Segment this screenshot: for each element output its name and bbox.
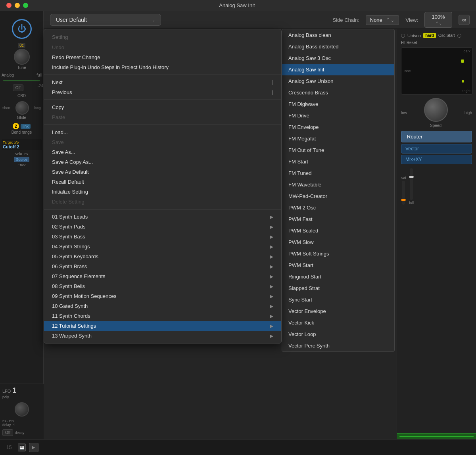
menu-item-saveas[interactable]: Save As... (44, 147, 281, 157)
view-value: 100% (432, 14, 445, 20)
menu-separator-4 (44, 209, 281, 209)
preset-pwm-slow[interactable]: PWM Slow (282, 236, 394, 248)
play-button[interactable]: ▶ (29, 443, 38, 452)
preset-analog-bass-distorted[interactable]: Analog Bass distorted (282, 41, 394, 52)
menu-item-delete[interactable]: Delete Setting (44, 197, 281, 207)
menu-item-synth-leads[interactable]: 01 Synth Leads ▶ (44, 212, 281, 222)
menu-item-next[interactable]: Next ] (44, 77, 281, 87)
power-button[interactable]: ⏻ (12, 19, 32, 39)
preset-dropdown[interactable]: User Default ⌄ (50, 14, 161, 26)
preset-vector-perc-synth[interactable]: Vector Perc Synth (282, 340, 394, 351)
dark-label: dark (463, 49, 470, 53)
sidechain-value: None (370, 17, 382, 23)
preset-vector-envelope[interactable]: Vector Envelope (282, 305, 394, 317)
analog-label: Analog (2, 73, 14, 77)
menu-item-synth-bass[interactable]: 03 Synth Bass ▶ (44, 232, 281, 242)
preset-fm-tuned[interactable]: FM Tuned (282, 167, 394, 179)
menu-item-saveacopy[interactable]: Save A Copy As... (44, 157, 281, 167)
preset-sync-start[interactable]: Sync Start (282, 294, 394, 305)
window-title: Analog Saw Init (219, 2, 255, 8)
close-button[interactable] (6, 3, 12, 8)
flt-reset-radio[interactable] (457, 34, 461, 38)
vel-slider[interactable] (402, 181, 405, 205)
menu-item-synth-motion[interactable]: 09 Synth Motion Sequences ▶ (44, 291, 281, 301)
glide-knob[interactable] (15, 101, 29, 115)
preset-fm-out-of-tune[interactable]: FM Out of Tune (282, 144, 394, 156)
preset-pwm-fast[interactable]: PWM Fast (282, 213, 394, 225)
speed-label: Speed (430, 123, 441, 128)
osc-start-label: Osc Start (438, 33, 455, 38)
amp-slider[interactable] (410, 168, 413, 200)
osc-controls-row: Unison hard Osc Start Flt Reset (401, 33, 472, 45)
cbd-label: CBD (0, 94, 43, 98)
menu-item-save[interactable]: Save (44, 137, 281, 147)
preset-vector-loop[interactable]: Vector Loop (282, 328, 394, 340)
link-button[interactable]: ∞ (459, 15, 470, 25)
vector-button[interactable]: Vector (401, 144, 472, 154)
menu-item-gated-synth[interactable]: 10 Gated Synth ▶ (44, 301, 281, 311)
preset-fm-envelope[interactable]: FM Envelope (282, 121, 394, 133)
preset-slapped-strat[interactable]: Slapped Strat (282, 282, 394, 294)
menu-item-tutorial[interactable]: 12 Tutorial Settings ▶ (44, 321, 281, 331)
menu-item-load[interactable]: Load... (44, 127, 281, 137)
preset-pwm-start[interactable]: PWM Start (282, 259, 394, 271)
off-button[interactable]: Off (2, 429, 13, 436)
menu-item-recalldefault[interactable]: Recall Default (44, 177, 281, 187)
preset-fm-digiwave[interactable]: FM Digiwave (282, 98, 394, 110)
maximize-button[interactable] (23, 3, 28, 8)
source-label[interactable]: Source (14, 157, 29, 162)
menu-item-synth-chords[interactable]: 11 Synth Chords ▶ (44, 311, 281, 321)
menu-item-include[interactable]: Include Plug-in Undo Steps in Project Un… (44, 62, 281, 72)
speed-knob[interactable] (424, 98, 448, 122)
speed-low-label: low (401, 111, 407, 115)
menu-item-synth-brass[interactable]: 06 Synth Brass ▶ (44, 261, 281, 271)
menu-item-sequence-elements[interactable]: 07 Sequence Elements ▶ (44, 271, 281, 281)
preset-fm-wavetable[interactable]: FM Wavetable (282, 179, 394, 190)
tone-display: dark bright Tone (401, 47, 472, 95)
tune-knob[interactable] (14, 49, 30, 65)
plugin-area: ⏻ 0c Tune Analog full Off -24 CBD short … (0, 11, 476, 455)
piano-icon[interactable]: 🎹 (18, 443, 26, 451)
menu-item-saveasdefault[interactable]: Save As Default (44, 167, 281, 177)
cutoff2-label: Cutoff 2 (3, 144, 40, 149)
menu-item-synth-strings[interactable]: 04 Synth Strings ▶ (44, 242, 281, 251)
menu-item-synth-pads[interactable]: 02 Synth Pads ▶ (44, 222, 281, 232)
preset-pwm-scaled[interactable]: PWM Scaled (282, 225, 394, 236)
preset-analog-saw-init[interactable]: Analog Saw Init (282, 64, 394, 75)
sidechain-select[interactable]: None ⌃⌄ (366, 15, 399, 25)
preset-ringmod-start[interactable]: Ringmod Start (282, 271, 394, 282)
preset-analog-saw-unison[interactable]: Analog Saw Unison (282, 75, 394, 87)
preset-crescendo-brass[interactable]: Crescendo Brass (282, 87, 394, 98)
menu-item-undo[interactable]: Undo (44, 42, 281, 52)
preset-fm-start[interactable]: FM Start (282, 156, 394, 167)
preset-pwm-soft-strings[interactable]: PWM Soft Strings (282, 248, 394, 259)
flt-reset-label: Flt Reset (401, 40, 417, 45)
router-button[interactable]: Router (401, 131, 472, 142)
menu-item-initialize[interactable]: Initialize Setting (44, 187, 281, 197)
preset-vector-kick[interactable]: Vector Kick (282, 317, 394, 328)
menu-item-synth-bells[interactable]: 08 Synth Bells ▶ (44, 281, 281, 291)
menu-item-synth-keyboards[interactable]: 05 Synth Keyboards ▶ (44, 251, 281, 261)
preset-mw-pad-creator[interactable]: MW-Pad-Creator (282, 190, 394, 202)
preset-analog-bass-clean[interactable]: Analog Bass clean (282, 29, 394, 41)
preset-analog-saw-3osc[interactable]: Analog Saw 3 Osc (282, 52, 394, 64)
preset-fm-megafat[interactable]: FM Megafat (282, 133, 394, 144)
menu-item-paste[interactable]: Paste (44, 112, 281, 122)
view-percent[interactable]: 100% ⌃⌄ (424, 12, 452, 28)
level-bar (3, 80, 40, 81)
bottom-row: 15 🎹 ▶ (0, 439, 476, 455)
preset-pwm-2osc[interactable]: PWM 2 Osc (282, 202, 394, 213)
vector-xy-button[interactable]: Mix+XY (401, 155, 472, 164)
minimize-button[interactable] (15, 3, 20, 8)
link-toggle[interactable]: link (21, 124, 31, 129)
menu-item-copy[interactable]: Copy (44, 102, 281, 112)
bright-label: bright (461, 89, 470, 93)
unison-radio[interactable] (401, 34, 405, 38)
menu-item-previous[interactable]: Previous [ (44, 87, 281, 97)
menu-item-warped[interactable]: 13 Warped Synth ▶ (44, 331, 281, 341)
off-toggle[interactable]: Off (13, 84, 23, 91)
lfo-knob[interactable] (15, 402, 29, 417)
preset-fm-drive[interactable]: FM Drive (282, 110, 394, 121)
previous-shortcut: [ (272, 90, 273, 95)
menu-item-redo[interactable]: Redo Preset Change (44, 52, 281, 62)
